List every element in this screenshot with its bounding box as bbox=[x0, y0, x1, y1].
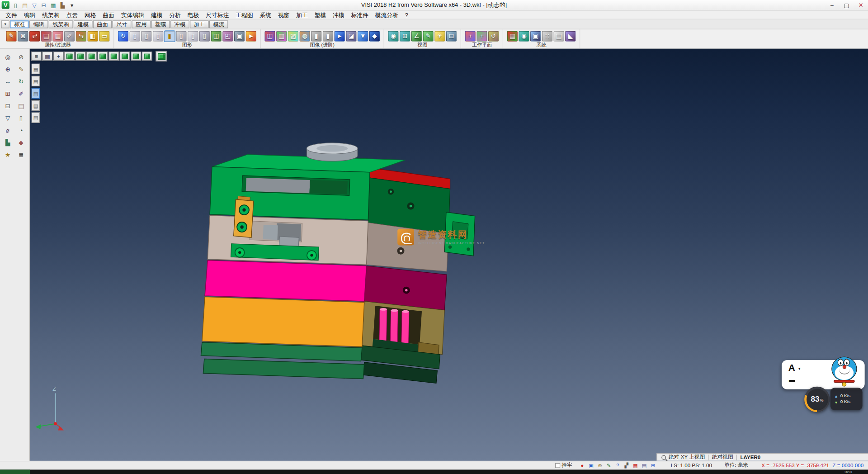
qa-save-icon[interactable]: ▽ bbox=[30, 1, 39, 9]
layer-indicator[interactable]: LAYER0 bbox=[741, 454, 761, 460]
sidebar-trim-icon[interactable]: ⊘ bbox=[15, 52, 27, 62]
sidebar-sketch-icon[interactable]: ✎ bbox=[15, 64, 27, 75]
display-wireframe-icon[interactable]: ▯ bbox=[130, 31, 140, 41]
menu-item-3[interactable]: 点云 bbox=[63, 10, 81, 19]
render-advanced-icon[interactable]: ◫ bbox=[264, 31, 275, 41]
attr-clean-icon[interactable]: ▭ bbox=[99, 31, 109, 41]
qa-open-icon[interactable]: ▤ bbox=[20, 1, 29, 9]
tab-1[interactable]: 编辑 bbox=[29, 20, 48, 28]
menu-item-8[interactable]: 分析 bbox=[166, 10, 184, 19]
workplane-align-icon[interactable]: + bbox=[476, 31, 487, 41]
menu-item-17[interactable]: 标准件 bbox=[348, 10, 372, 19]
sidebar-measure-icon[interactable]: ⌀ bbox=[2, 125, 14, 136]
menu-item-2[interactable]: 线架构 bbox=[39, 10, 63, 19]
status-help-icon[interactable]: ? bbox=[614, 462, 622, 469]
menu-item-1[interactable]: 编辑 bbox=[20, 10, 38, 19]
filter-select-icon[interactable]: ▤ bbox=[41, 31, 52, 41]
display-hidden-line-icon[interactable]: ▯ bbox=[141, 31, 151, 41]
menu-item-0[interactable]: 文件 bbox=[2, 10, 20, 19]
sidebar-annotate-icon[interactable]: ✐ bbox=[15, 88, 27, 99]
status-edit-icon[interactable]: ✎ bbox=[605, 462, 613, 469]
tab-10[interactable]: 模流 bbox=[209, 20, 228, 28]
status-record-icon[interactable]: ● bbox=[578, 462, 586, 469]
sidebar-star-icon[interactable]: ★ bbox=[2, 149, 14, 160]
display-transparent-icon[interactable]: ▯ bbox=[188, 31, 198, 41]
sidebar-sheet-icon[interactable]: ▤ bbox=[15, 100, 27, 111]
tab-9[interactable]: 加工 bbox=[190, 20, 209, 28]
system-table-icon[interactable]: ▤ bbox=[554, 31, 564, 41]
lock-checkbox[interactable] bbox=[555, 463, 560, 468]
menu-item-5[interactable]: 曲面 bbox=[99, 10, 118, 19]
qa-chart-icon[interactable]: ▙ bbox=[58, 1, 67, 9]
tab-5[interactable]: 尺寸 bbox=[113, 20, 132, 28]
menu-item-13[interactable]: 视窗 bbox=[274, 10, 292, 19]
view-sketch-icon[interactable]: ✎ bbox=[423, 31, 434, 41]
menu-item-10[interactable]: 尺寸标注 bbox=[203, 10, 232, 19]
sidebar-move-icon[interactable]: ↔ bbox=[2, 76, 14, 87]
viewport-3d[interactable]: ≡▦+ ▤▤▤▤▤ bbox=[30, 49, 868, 461]
qa-grid-icon[interactable]: ▦ bbox=[49, 1, 58, 9]
sidebar-save-icon[interactable]: ▽ bbox=[2, 113, 14, 123]
battery-badge[interactable]: 83 % bbox=[804, 387, 830, 412]
system-globe-icon[interactable]: ◉ bbox=[519, 31, 529, 41]
render-bands-icon[interactable]: ▥ bbox=[276, 31, 287, 41]
system-screen-icon[interactable]: ▣ bbox=[530, 31, 541, 41]
render-section-icon[interactable]: ◪ bbox=[346, 31, 356, 41]
qa-more-icon[interactable]: ▾ bbox=[67, 1, 76, 9]
lock-toggle[interactable]: 拴牢 bbox=[555, 462, 572, 469]
tab-4[interactable]: 曲面 bbox=[93, 20, 112, 28]
menu-item-11[interactable]: 工程图 bbox=[232, 10, 256, 19]
display-ghost-icon[interactable]: ▯ bbox=[199, 31, 210, 41]
shade-settings-icon[interactable]: ◫ bbox=[211, 31, 222, 41]
graphic-box-icon[interactable]: ◰ bbox=[222, 31, 233, 41]
sidebar-select-icon[interactable]: ◎ bbox=[2, 52, 14, 62]
absolute-view-label[interactable]: 绝对视图 bbox=[712, 454, 733, 461]
net-speed-widget[interactable]: ▲ 0 K/s ▼ 0 K/s bbox=[830, 388, 863, 410]
attr-pencil-icon[interactable]: ✐ bbox=[64, 31, 75, 41]
sidebar-palette-icon[interactable]: ◆ bbox=[15, 137, 27, 147]
system-colors-icon[interactable]: ▦ bbox=[507, 31, 518, 41]
qa-new-icon[interactable]: ▯ bbox=[11, 1, 20, 9]
search-icon[interactable] bbox=[661, 455, 666, 460]
tab-0[interactable]: 标准 bbox=[10, 20, 29, 28]
view-zoom-dynamic-icon[interactable]: ◉ bbox=[388, 31, 398, 41]
redraw-icon[interactable]: ↻ bbox=[118, 31, 128, 41]
sidebar-layers-icon[interactable]: ≣ bbox=[15, 149, 27, 160]
sidebar-snap-icon[interactable]: ⊕ bbox=[2, 64, 14, 75]
maximize-button[interactable]: ▢ bbox=[839, 0, 854, 10]
view-light-icon[interactable]: ☀ bbox=[434, 31, 445, 41]
display-shaded-edges-icon[interactable]: ▮ bbox=[165, 31, 175, 41]
tab-6[interactable]: 应用 bbox=[132, 20, 151, 28]
tab-3[interactable]: 建模 bbox=[74, 20, 93, 28]
menu-item-14[interactable]: 加工 bbox=[293, 10, 311, 19]
status-stats-icon[interactable]: ▞ bbox=[623, 462, 630, 469]
graphic-flag-icon[interactable]: ► bbox=[246, 31, 256, 41]
attr-modify-icon[interactable]: ✎ bbox=[6, 31, 16, 41]
render-cylinder-icon[interactable]: ▮ bbox=[311, 31, 321, 41]
menu-item-6[interactable]: 实体编辑 bbox=[118, 10, 147, 19]
display-shaded-icon[interactable]: ▯ bbox=[153, 31, 163, 41]
render-zebra-icon[interactable]: ▨ bbox=[288, 31, 298, 41]
sidebar-history-icon[interactable]: ◔ bbox=[15, 125, 27, 136]
taskbar-start-fragment[interactable] bbox=[0, 469, 30, 474]
minimize-button[interactable]: – bbox=[825, 0, 840, 10]
sidebar-print-icon[interactable]: ⊟ bbox=[2, 100, 14, 111]
attr-exchange-icon[interactable]: ⇄ bbox=[29, 31, 40, 41]
graphic-capture-icon[interactable]: ▣ bbox=[234, 31, 245, 41]
qa-print-icon[interactable]: ⊟ bbox=[39, 1, 48, 9]
menu-item-18[interactable]: 模流分析 bbox=[372, 10, 401, 19]
attr-copy-icon[interactable]: ⊠ bbox=[18, 31, 28, 41]
render-arrow-icon[interactable]: ► bbox=[335, 31, 345, 41]
sidebar-array-icon[interactable]: ⊞ bbox=[2, 88, 14, 99]
tab-dropdown-icon[interactable]: ▼ bbox=[1, 20, 9, 28]
render-curvature-icon[interactable]: ◍ bbox=[299, 31, 310, 41]
menu-item-15[interactable]: 塑模 bbox=[311, 10, 329, 19]
filter-box-icon[interactable]: ▦ bbox=[52, 31, 63, 41]
status-snap-icon[interactable]: ⊞ bbox=[649, 462, 657, 469]
system-grid-icon[interactable]: ∷ bbox=[542, 31, 552, 41]
menu-item-4[interactable]: 网格 bbox=[81, 10, 99, 19]
overlay-widget[interactable]: A ▾ ▬ bbox=[782, 360, 865, 389]
menu-item-12[interactable]: 系统 bbox=[256, 10, 274, 19]
system-plane-icon[interactable]: ◣ bbox=[565, 31, 576, 41]
render-cylinder2-icon[interactable]: ▮ bbox=[323, 31, 333, 41]
